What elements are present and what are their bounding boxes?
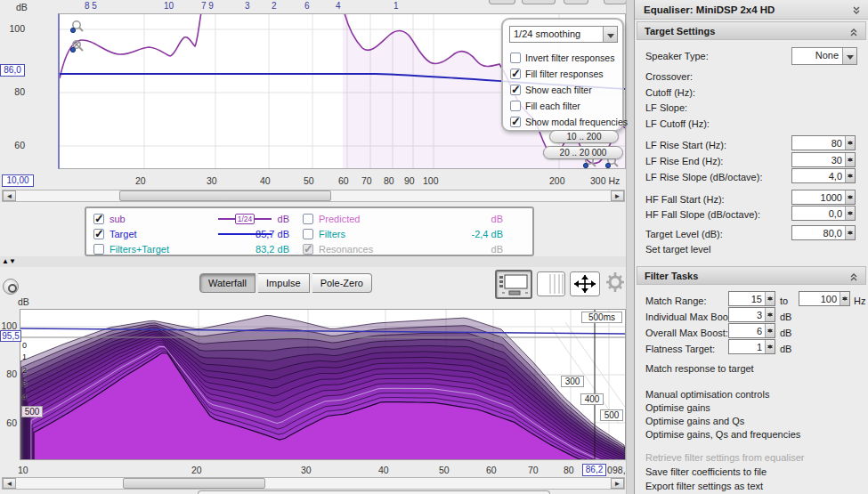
match-range-from-field[interactable]: 15 — [728, 291, 775, 306]
lf-rise-start-label: LF Rise Start (Hz): — [645, 140, 726, 150]
clipped-toolbar-button[interactable] — [564, 0, 588, 4]
time-label-300: 300 — [561, 376, 584, 387]
tab-waterfall[interactable]: Waterfall — [199, 273, 256, 293]
filter-number: 3 — [245, 1, 250, 11]
spl-y-tick: 60 — [4, 140, 25, 150]
collapse-double-down-icon[interactable] — [851, 4, 862, 15]
individual-max-boost-field[interactable]: 3 — [728, 307, 775, 322]
legend-row-sub[interactable]: sub 1/24 dB — [93, 212, 307, 226]
scroll-left-icon[interactable]: ◄ — [3, 190, 16, 201]
hf-fall-start-field[interactable]: 1000 — [791, 190, 856, 205]
scroll-thumb[interactable] — [119, 190, 331, 201]
hf-fall-slope-label: HF Fall Slope (dB/octave): — [645, 209, 760, 220]
trace-label: sub — [110, 214, 126, 224]
overlay-option[interactable]: Show modal frequencies — [510, 116, 628, 128]
spl-x-tick: 50 — [304, 175, 314, 186]
zoom-in-icon[interactable] — [70, 20, 86, 36]
hz-unit-label: Hz — [854, 296, 865, 306]
overlay-option[interactable]: Show each filter — [510, 84, 592, 96]
spl-x-tick: 40 — [260, 175, 271, 186]
zoom-out-icon[interactable] — [70, 39, 86, 55]
overlay-option[interactable]: Invert filter responses — [510, 52, 614, 64]
target-settings-header[interactable]: Target Settings — [637, 21, 866, 40]
lf-rise-end-field[interactable]: 30 — [791, 152, 856, 167]
match-response-button[interactable]: Match response to target — [645, 363, 754, 374]
graph-controls-button[interactable] — [3, 279, 19, 295]
db-unit-label: dB — [780, 344, 791, 354]
scroll-thumb[interactable] — [123, 478, 265, 489]
clipped-toolbar-button[interactable] — [489, 0, 515, 4]
checkbox[interactable] — [303, 229, 313, 239]
checkbox[interactable] — [303, 214, 313, 224]
checkbox[interactable] — [93, 214, 104, 224]
clipped-toolbar-button[interactable] — [604, 0, 627, 4]
lf-rise-slope-field[interactable]: 4,0 — [791, 168, 856, 183]
scroll-right-icon[interactable]: ► — [611, 478, 624, 489]
optimise-gains-qs-button[interactable]: Optimise gains and Qs — [645, 416, 744, 426]
clipped-toolbar-button[interactable] — [522, 0, 556, 4]
spl-scrollbar[interactable]: ◄ ► — [2, 190, 625, 202]
dropdown-arrow-icon[interactable] — [842, 48, 856, 64]
collapse-double-up-icon[interactable] — [848, 27, 859, 37]
filter-tasks-header[interactable]: Filter Tasks — [637, 266, 866, 285]
overall-max-boost-field[interactable]: 6 — [728, 323, 775, 338]
flatness-target-field[interactable]: 1 — [728, 339, 775, 354]
manual-optimisation-button[interactable]: Manual optimisation controls — [645, 389, 769, 400]
optimise-gains-button[interactable]: Optimise gains — [645, 402, 710, 413]
speaker-type-dropdown[interactable]: None — [791, 47, 857, 65]
legend-row-resonances[interactable]: Resonances dB — [303, 242, 525, 256]
pane-splitter[interactable]: ▲▼ — [0, 256, 626, 267]
wf-y-tick: 80 — [0, 368, 17, 379]
lf-rise-start-field[interactable]: 80 — [791, 135, 856, 150]
time-tick: 3 — [22, 379, 27, 388]
checkbox[interactable] — [510, 53, 521, 63]
wf-x-tick: 60 — [486, 465, 497, 475]
match-range-to-field[interactable]: 100 — [799, 291, 850, 306]
legend-row-target[interactable]: Target 85,7 dB — [93, 227, 307, 241]
wf-x-tick: 0 — [607, 465, 612, 475]
filter-number: 6 — [304, 1, 310, 11]
trace-label: Target — [110, 229, 137, 239]
scroll-left-icon[interactable]: ◄ — [3, 478, 16, 489]
legend-row-filters[interactable]: Filters -2,4 dB — [303, 227, 525, 241]
save-filter-coefficients-button[interactable]: Save filter coefficients to file — [645, 466, 767, 477]
pane-divider[interactable] — [626, 0, 634, 494]
spl-x-tick: 90 — [404, 175, 415, 186]
optimise-gains-qs-freq-button[interactable]: Optimise gains, Qs and frequencies — [645, 429, 800, 440]
waterfall-plot-area[interactable]: 0 1 2 3 4 500 500ms 300 400 500 — [20, 309, 626, 460]
legend-row-predicted[interactable]: Predicted dB — [303, 212, 525, 226]
slice-view-button[interactable] — [537, 271, 565, 296]
pan-button[interactable] — [570, 271, 600, 296]
spl-cursor-hz: 10,00 — [2, 174, 34, 187]
dropdown-arrow-icon[interactable] — [603, 27, 617, 42]
checkbox[interactable] — [510, 101, 521, 111]
lf-cutoff-label: LF Cutoff (Hz): — [645, 118, 710, 129]
to-label: to — [780, 296, 788, 306]
set-target-level-button[interactable]: Set target level — [645, 244, 710, 255]
settings-gear-button[interactable] — [604, 271, 626, 296]
wf-scrollbar[interactable]: ◄ ► — [2, 477, 625, 490]
hf-fall-slope-field[interactable]: 0,0 — [791, 206, 856, 221]
checkbox[interactable] — [93, 229, 104, 239]
tab-pole-zero[interactable]: Pole-Zero — [312, 273, 372, 293]
freq-range-button-10-200[interactable]: 10 .. 200 — [549, 130, 619, 143]
overlay-option[interactable]: Fill each filter — [510, 100, 580, 112]
checkbox[interactable] — [510, 117, 521, 127]
overlay-option[interactable]: Fill filter responses — [510, 68, 604, 80]
legend-row-filters-target[interactable]: Filters+Target 83,2 dB — [93, 242, 307, 256]
target-level-field[interactable]: 80,0 — [791, 225, 856, 240]
smoothing-dropdown[interactable]: 1/24 smoothing — [509, 26, 618, 43]
checkbox[interactable] — [510, 85, 521, 95]
trace-label: Predicted — [319, 214, 360, 224]
filter-number: 1 — [393, 1, 399, 11]
scroll-right-icon[interactable]: ► — [611, 190, 624, 201]
spl-y-tick: 100 — [4, 23, 25, 34]
checkbox[interactable] — [510, 69, 521, 79]
export-filter-settings-button[interactable]: Export filter settings as text — [645, 481, 763, 491]
freq-range-button-20-20000[interactable]: 20 .. 20 000 — [543, 146, 623, 159]
collapse-double-up-icon[interactable] — [848, 271, 859, 282]
tab-impulse[interactable]: Impulse — [258, 273, 310, 293]
checkbox[interactable] — [93, 244, 104, 255]
equaliser-header[interactable]: Equaliser: MiniDSP 2x4 HD — [635, 0, 868, 20]
spl-x-tick: 100 — [423, 175, 439, 186]
